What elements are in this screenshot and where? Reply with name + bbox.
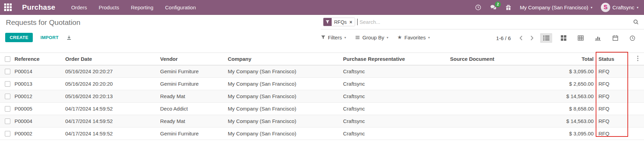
- select-all-checkbox[interactable]: [5, 56, 10, 62]
- cell-order-date: 04/17/2024 14:59:52: [64, 103, 159, 115]
- row-checkbox[interactable]: [5, 131, 10, 136]
- cell-source-document: [449, 127, 538, 140]
- cell-vendor: Ready Mat: [159, 115, 226, 127]
- chevron-down-icon: ▾: [387, 36, 388, 39]
- column-header-source-document[interactable]: Source Document: [449, 53, 538, 65]
- table-row[interactable]: P00004 04/17/2024 14:59:52 Ready Mat My …: [0, 115, 644, 127]
- table-row[interactable]: P00005 04/17/2024 14:59:52 Deco Addict M…: [0, 103, 644, 115]
- download-icon: [66, 35, 72, 40]
- table-row[interactable]: P00012 05/16/2024 20:20:13 Ready Mat My …: [0, 90, 644, 103]
- row-checkbox[interactable]: [5, 69, 10, 74]
- view-switch-graph[interactable]: [592, 33, 604, 43]
- user-menu[interactable]: S Craftsync ▾: [601, 3, 638, 12]
- cell-purchase-representative: Craftsync: [342, 127, 449, 140]
- cell-order-date: 05/16/2024 20:20:20: [64, 78, 159, 90]
- table-row[interactable]: P00002 04/17/2024 14:59:52 Gemini Furnit…: [0, 127, 644, 140]
- cell-reference: P00005: [13, 103, 64, 115]
- search-magnifier-icon[interactable]: [633, 19, 639, 25]
- table-row[interactable]: P00013 05/16/2024 20:20:20 Gemini Furnit…: [0, 78, 644, 90]
- row-checkbox-cell: [0, 103, 13, 115]
- view-switch-pivot[interactable]: [575, 33, 587, 43]
- control-panel: CREATE IMPORT Filters ▾ Group By ▾: [0, 30, 644, 46]
- graph-view-icon: [595, 35, 601, 41]
- cell-options: [632, 90, 644, 103]
- group-by-lines-icon: [355, 35, 360, 40]
- view-switch-activity[interactable]: [626, 33, 638, 43]
- apps-menu-button[interactable]: [0, 0, 16, 15]
- menu-configuration[interactable]: Configuration: [164, 3, 196, 12]
- messages-button[interactable]: 2: [490, 4, 497, 11]
- import-button[interactable]: IMPORT: [40, 35, 58, 40]
- cell-options: [632, 78, 644, 90]
- column-header-reference[interactable]: Reference: [13, 53, 64, 65]
- cell-company: My Company (San Francisco): [226, 90, 342, 103]
- row-checkbox[interactable]: [5, 119, 10, 124]
- column-header-purchase-representative[interactable]: Purchase Representative: [342, 53, 449, 65]
- row-checkbox[interactable]: [5, 94, 10, 99]
- news-button[interactable]: [505, 4, 511, 11]
- cell-total: $ 8,658.00: [538, 103, 594, 115]
- activity-clock-icon: [630, 35, 635, 41]
- filters-dropdown[interactable]: Filters ▾: [321, 35, 346, 40]
- cell-total: $ 2,650.00: [538, 78, 594, 90]
- cell-status: RFQ: [594, 115, 632, 127]
- column-header-total[interactable]: Total: [538, 53, 594, 65]
- menu-products[interactable]: Products: [98, 3, 120, 12]
- cell-status: RFQ: [594, 78, 632, 90]
- search-input[interactable]: [358, 19, 633, 25]
- company-switcher[interactable]: My Company (San Francisco) ▾: [520, 4, 592, 10]
- row-checkbox[interactable]: [5, 81, 10, 87]
- cell-total: $ 14,563.00: [538, 90, 594, 103]
- table-header-row: Reference Order Date Vendor Company Purc…: [0, 53, 644, 65]
- cell-options: [632, 65, 644, 78]
- search-facet-rfqs: RFQs ×: [323, 18, 355, 26]
- export-download-button[interactable]: [66, 35, 72, 40]
- column-header-vendor[interactable]: Vendor: [159, 53, 226, 65]
- create-button[interactable]: CREATE: [5, 33, 33, 42]
- chevron-down-icon: ▾: [428, 36, 430, 39]
- kanban-view-icon: [561, 35, 566, 41]
- search-bar[interactable]: RFQs ×: [321, 15, 644, 29]
- optional-columns-button[interactable]: [632, 53, 644, 65]
- cell-company: My Company (San Francisco): [226, 78, 342, 90]
- group-by-label: Group By: [362, 35, 384, 40]
- menu-reporting[interactable]: Reporting: [130, 3, 154, 12]
- menu-orders[interactable]: Orders: [70, 3, 88, 12]
- pager-range: 1-6 / 6: [496, 35, 511, 41]
- gift-icon: [505, 4, 511, 11]
- activities-button[interactable]: [475, 4, 481, 11]
- table-row[interactable]: P00014 05/16/2024 20:20:27 Gemini Furnit…: [0, 65, 644, 78]
- purchase-app-screen: Purchase Orders Products Reporting Confi…: [0, 0, 644, 142]
- view-switch-calendar[interactable]: [609, 33, 621, 43]
- cell-company: My Company (San Francisco): [226, 103, 342, 115]
- filter-funnel-icon: [323, 18, 332, 26]
- view-switch-kanban[interactable]: [557, 33, 569, 43]
- cell-vendor: Deco Addict: [159, 103, 226, 115]
- column-header-status[interactable]: Status: [594, 53, 632, 65]
- group-by-dropdown[interactable]: Group By ▾: [355, 35, 388, 40]
- breadcrumb-row: Requests for Quotation RFQs ×: [0, 15, 644, 30]
- chevron-down-icon: ▾: [637, 6, 638, 9]
- row-checkbox[interactable]: [5, 106, 10, 112]
- cell-source-document: [449, 103, 538, 115]
- cell-order-date: 04/17/2024 14:59:52: [64, 115, 159, 127]
- remove-facet-button[interactable]: ×: [349, 18, 355, 26]
- view-switch-list[interactable]: [540, 33, 552, 43]
- cell-vendor: Gemini Furniture: [159, 78, 226, 90]
- chevron-left-icon: [519, 35, 523, 41]
- pager-next-button[interactable]: [529, 35, 535, 41]
- cell-total: $ 14,563.00: [538, 115, 594, 127]
- list-view-icon: [543, 35, 549, 41]
- star-icon: ★: [397, 34, 402, 40]
- cell-purchase-representative: Craftsync: [342, 103, 449, 115]
- rfq-list-view: Reference Order Date Vendor Company Purc…: [0, 53, 644, 140]
- cell-reference: P00004: [13, 115, 64, 127]
- cell-company: My Company (San Francisco): [226, 127, 342, 140]
- cell-options: [632, 127, 644, 140]
- favorites-dropdown[interactable]: ★ Favorites ▾: [397, 34, 430, 40]
- cell-purchase-representative: Craftsync: [342, 115, 449, 127]
- row-checkbox-cell: [0, 127, 13, 140]
- pager-previous-button[interactable]: [518, 35, 524, 41]
- column-header-company[interactable]: Company: [226, 53, 342, 65]
- column-header-order-date[interactable]: Order Date: [64, 53, 159, 65]
